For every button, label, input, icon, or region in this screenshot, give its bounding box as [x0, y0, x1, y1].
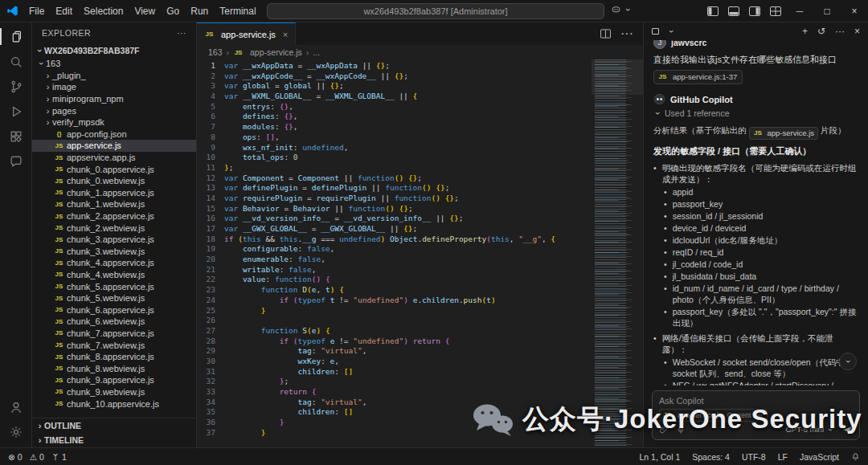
account-icon[interactable] — [0, 394, 32, 419]
tree-folder-_plugin_[interactable]: ›_plugin_ — [32, 70, 196, 82]
chat-more-actions-button[interactable]: ··· — [835, 26, 845, 37]
outline-section[interactable]: › OUTLINE — [32, 418, 196, 433]
microphone-icon[interactable] — [676, 425, 686, 434]
explorer-icon[interactable] — [0, 24, 32, 49]
copilot-chat-icon[interactable] — [0, 149, 32, 173]
tree-folder-image[interactable]: ›image — [32, 81, 196, 93]
tree-file-chunk_1.appservice.js[interactable]: JSchunk_1.appservice.js — [32, 187, 196, 199]
code-line-text: var requirePlugin = requirePlugin || fun… — [224, 194, 459, 204]
tree-file-chunk_0.webview.js[interactable]: JSchunk_0.webview.js — [32, 175, 196, 187]
folder-label: pages — [52, 106, 76, 116]
tree-file-chunk_5.webview.js[interactable]: JSchunk_5.webview.js — [32, 292, 196, 304]
explorer-more-actions-icon[interactable]: ··· — [177, 28, 186, 38]
attach-context-icon[interactable] — [659, 425, 669, 434]
tree-file-chunk_4.appservice.js[interactable]: JSchunk_4.appservice.js — [32, 257, 196, 269]
command-center-search[interactable]: wx26d493b2f8ab387f [Administrator] — [267, 3, 604, 19]
chat-close-button[interactable]: × — [854, 26, 860, 37]
encoding[interactable]: UTF-8 — [742, 452, 766, 462]
tree-file-chunk_8.webview.js[interactable]: JSchunk_8.webview.js — [32, 362, 196, 374]
breadcrumb[interactable]: 163 › JS app-service.js › ... — [197, 45, 643, 59]
tree-file-chunk_1.webview.js[interactable]: JSchunk_1.webview.js — [32, 198, 196, 210]
tree-folder-pages[interactable]: ›pages — [32, 104, 196, 116]
split-editor-icon[interactable] — [600, 29, 611, 39]
menu-item-terminal[interactable]: Terminal — [214, 3, 261, 19]
tree-file-app-config.json[interactable]: {}app-config.json — [32, 128, 196, 141]
inline-file-chip[interactable]: JSapp-service.js — [749, 127, 819, 140]
scroll-to-bottom-button[interactable]: › — [839, 353, 857, 370]
used-references-toggle[interactable]: › Used 1 reference — [653, 108, 858, 119]
tree-file-chunk_9.webview.js[interactable]: JSchunk_9.webview.js — [32, 386, 196, 398]
run-debug-icon[interactable] — [0, 99, 32, 124]
tree-file-chunk_4.webview.js[interactable]: JSchunk_4.webview.js — [32, 269, 196, 281]
tree-folder-verify_mpsdk[interactable]: ›verify_mpsdk — [32, 116, 196, 128]
tree-file-chunk_9.appservice.js[interactable]: JSchunk_9.appservice.js — [32, 374, 196, 386]
tree-file-chunk_0.appservice.js[interactable]: JSchunk_0.appservice.js — [32, 163, 196, 175]
chevron-right-icon: › — [43, 106, 52, 116]
ports-indicator[interactable]: 1 — [51, 452, 67, 462]
attached-reference-chip[interactable]: JS app-service.js:1-37 — [653, 70, 743, 84]
minimap[interactable] — [592, 59, 643, 447]
tree-folder-miniprogram_npm[interactable]: ›miniprogram_npm — [32, 93, 196, 105]
tree-file-chunk_10.appservice.js[interactable]: JSchunk_10.appservice.js — [32, 398, 196, 410]
code-area[interactable]: 1var __wxAppData = __wxAppData || {};2va… — [197, 61, 587, 447]
tree-file-chunk_7.appservice.js[interactable]: JSchunk_7.appservice.js — [32, 328, 196, 340]
minimap-slider[interactable] — [592, 59, 643, 95]
timeline-section[interactable]: › TIMELINE — [32, 433, 196, 447]
toggle-panel-icon[interactable] — [723, 0, 744, 22]
code-editor[interactable]: 1var __wxAppData = __wxAppData || {};2va… — [197, 59, 643, 447]
code-line-text: writable: false, — [224, 265, 316, 275]
tree-folder-163[interactable]: ›163 — [32, 58, 196, 70]
toggle-secondary-sidebar-icon[interactable] — [744, 0, 765, 22]
toggle-sidebar-icon[interactable] — [702, 0, 723, 22]
close-button[interactable]: × — [841, 0, 868, 22]
eol-sequence[interactable]: LF — [778, 452, 788, 462]
menu-item-selection[interactable]: Selection — [78, 3, 129, 19]
chat-input-box[interactable]: Ask Copilot JS app-service.js Current fi… — [652, 390, 860, 440]
customize-layout-icon[interactable] — [765, 0, 786, 22]
problems-errors[interactable]: ⊗0 — [8, 452, 23, 462]
new-chat-button[interactable]: + — [802, 26, 808, 37]
model-selector[interactable]: GPT-5 mini › — [785, 424, 835, 435]
js-file-icon: JS — [54, 388, 64, 395]
chat-messages[interactable]: J jawvscrc 直接给我输出该js文件存在哪些敏感信息和接口 JS app… — [644, 40, 868, 385]
send-button[interactable] — [842, 425, 853, 435]
copilot-titlebar-button[interactable]: › — [611, 4, 633, 14]
tab-close-icon[interactable]: × — [283, 30, 288, 39]
tree-file-chunk_8.appservice.js[interactable]: JSchunk_8.appservice.js — [32, 351, 196, 363]
menu-item-go[interactable]: Go — [161, 3, 185, 19]
current-file-context-chip[interactable]: JS app-service.js Current file — [659, 409, 768, 422]
chat-layout-icon[interactable] — [652, 28, 659, 35]
tree-file-chunk_6.appservice.js[interactable]: JSchunk_6.appservice.js — [32, 304, 196, 316]
file-label: chunk_9.webview.js — [67, 387, 145, 397]
tree-file-chunk_6.webview.js[interactable]: JSchunk_6.webview.js — [32, 316, 196, 328]
notifications-bell-icon[interactable] — [851, 452, 860, 461]
indentation[interactable]: Spaces: 4 — [692, 452, 730, 462]
workspace-section[interactable]: › WX26D493B2F8AB387F — [32, 43, 196, 58]
tree-file-appservice.app.js[interactable]: JSappservice.app.js — [32, 152, 196, 164]
tree-file-app-service.js[interactable]: JSapp-service.js — [32, 140, 196, 152]
search-icon[interactable] — [0, 49, 32, 74]
tab-app-service[interactable]: JS app-service.js × — [197, 22, 296, 45]
language-mode[interactable]: JavaScript — [800, 452, 839, 462]
chat-history-button[interactable]: ↺ — [817, 26, 825, 37]
tree-file-chunk_2.appservice.js[interactable]: JSchunk_2.appservice.js — [32, 210, 196, 222]
menu-item-edit[interactable]: Edit — [50, 3, 78, 19]
tree-file-chunk_3.webview.js[interactable]: JSchunk_3.webview.js — [32, 246, 196, 258]
menu-item-run[interactable]: Run — [185, 3, 214, 19]
editor-more-actions-icon[interactable]: ··· — [620, 27, 633, 41]
js-file-icon: JS — [54, 201, 64, 208]
maximize-button[interactable]: □ — [813, 0, 841, 22]
chevron-down-icon[interactable]: › — [666, 27, 678, 36]
tree-file-chunk_7.webview.js[interactable]: JSchunk_7.webview.js — [32, 339, 196, 351]
settings-gear-icon[interactable] — [0, 419, 32, 444]
tree-file-chunk_3.appservice.js[interactable]: JSchunk_3.appservice.js — [32, 234, 196, 246]
extensions-icon[interactable] — [0, 124, 32, 149]
tree-file-chunk_5.appservice.js[interactable]: JSchunk_5.appservice.js — [32, 280, 196, 292]
source-control-icon[interactable] — [0, 74, 32, 99]
menu-item-file[interactable]: File — [23, 3, 50, 19]
tree-file-chunk_2.webview.js[interactable]: JSchunk_2.webview.js — [32, 222, 196, 234]
minimize-button[interactable]: ─ — [786, 0, 813, 22]
cursor-position[interactable]: Ln 1, Col 1 — [639, 452, 680, 462]
menu-item-view[interactable]: View — [129, 3, 161, 19]
problems-warnings[interactable]: ⚠0 — [30, 452, 44, 462]
